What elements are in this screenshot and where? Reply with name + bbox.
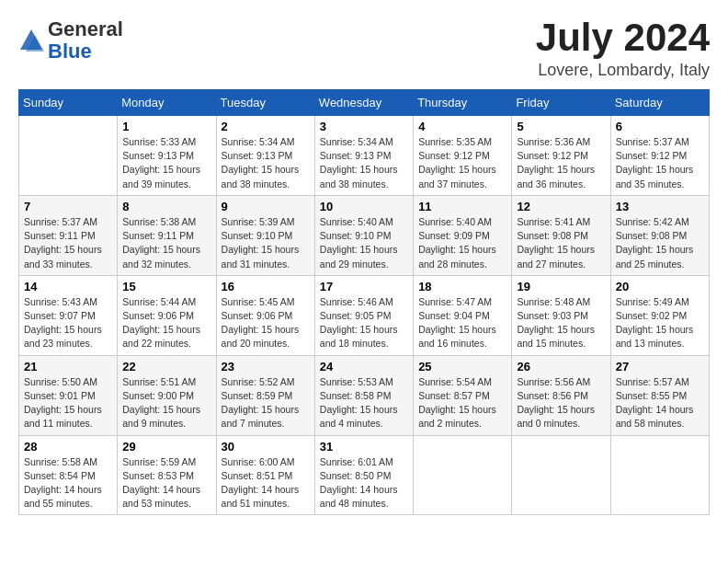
- weekday-header: Thursday: [414, 90, 512, 116]
- weekday-header: Sunday: [19, 90, 118, 116]
- calendar-cell: 3Sunrise: 5:34 AMSunset: 9:13 PMDaylight…: [314, 116, 413, 196]
- day-detail: Sunrise: 5:38 AMSunset: 9:11 PMDaylight:…: [122, 215, 210, 271]
- calendar-cell: 25Sunrise: 5:54 AMSunset: 8:57 PMDayligh…: [414, 355, 512, 435]
- calendar-cell: 10Sunrise: 5:40 AMSunset: 9:10 PMDayligh…: [314, 195, 413, 275]
- calendar-cell: 21Sunrise: 5:50 AMSunset: 9:01 PMDayligh…: [19, 355, 118, 435]
- day-detail: Sunrise: 5:34 AMSunset: 9:13 PMDaylight:…: [320, 135, 408, 191]
- calendar-cell: 27Sunrise: 5:57 AMSunset: 8:55 PMDayligh…: [610, 355, 709, 435]
- day-number: 15: [122, 280, 210, 293]
- calendar-cell: [512, 435, 610, 515]
- calendar-cell: 28Sunrise: 5:58 AMSunset: 8:54 PMDayligh…: [19, 435, 118, 515]
- day-detail: Sunrise: 5:33 AMSunset: 9:13 PMDaylight:…: [122, 135, 210, 191]
- day-number: 24: [320, 360, 408, 373]
- calendar-cell: 5Sunrise: 5:36 AMSunset: 9:12 PMDaylight…: [512, 116, 610, 196]
- day-number: 4: [418, 120, 506, 133]
- day-detail: Sunrise: 5:48 AMSunset: 9:03 PMDaylight:…: [517, 295, 605, 351]
- day-number: 31: [320, 440, 408, 454]
- day-detail: Sunrise: 5:34 AMSunset: 9:13 PMDaylight:…: [222, 135, 310, 191]
- calendar-week-row: 7Sunrise: 5:37 AMSunset: 9:11 PMDaylight…: [19, 195, 710, 275]
- calendar-cell: 26Sunrise: 5:56 AMSunset: 8:56 PMDayligh…: [512, 355, 610, 435]
- day-detail: Sunrise: 5:53 AMSunset: 8:58 PMDaylight:…: [320, 375, 408, 431]
- day-number: 25: [418, 360, 506, 373]
- day-detail: Sunrise: 5:47 AMSunset: 9:04 PMDaylight:…: [418, 295, 506, 351]
- day-number: 12: [517, 200, 605, 213]
- calendar-week-row: 28Sunrise: 5:58 AMSunset: 8:54 PMDayligh…: [19, 435, 710, 515]
- day-detail: Sunrise: 5:37 AMSunset: 9:11 PMDaylight:…: [24, 215, 112, 271]
- calendar-cell: 8Sunrise: 5:38 AMSunset: 9:11 PMDaylight…: [118, 195, 216, 275]
- logo-icon: [18, 28, 44, 53]
- logo-text: General Blue: [48, 18, 123, 63]
- day-detail: Sunrise: 5:57 AMSunset: 8:55 PMDaylight:…: [616, 375, 704, 431]
- day-number: 11: [418, 200, 506, 213]
- calendar-cell: 31Sunrise: 6:01 AMSunset: 8:50 PMDayligh…: [314, 435, 413, 515]
- day-number: 14: [24, 280, 112, 293]
- calendar-cell: 29Sunrise: 5:59 AMSunset: 8:53 PMDayligh…: [118, 435, 216, 515]
- day-number: 1: [122, 120, 210, 133]
- calendar-cell: 30Sunrise: 6:00 AMSunset: 8:51 PMDayligh…: [216, 435, 314, 515]
- day-detail: Sunrise: 5:36 AMSunset: 9:12 PMDaylight:…: [517, 135, 605, 191]
- calendar-cell: [610, 435, 709, 515]
- calendar-cell: 17Sunrise: 5:46 AMSunset: 9:05 PMDayligh…: [314, 275, 413, 355]
- day-number: 18: [418, 280, 506, 293]
- calendar-cell: 6Sunrise: 5:37 AMSunset: 9:12 PMDaylight…: [610, 116, 709, 196]
- calendar-week-row: 14Sunrise: 5:43 AMSunset: 9:07 PMDayligh…: [19, 275, 710, 355]
- day-detail: Sunrise: 5:45 AMSunset: 9:06 PMDaylight:…: [222, 295, 310, 351]
- day-detail: Sunrise: 5:41 AMSunset: 9:08 PMDaylight:…: [517, 215, 605, 271]
- calendar-cell: 19Sunrise: 5:48 AMSunset: 9:03 PMDayligh…: [512, 275, 610, 355]
- day-detail: Sunrise: 5:54 AMSunset: 8:57 PMDaylight:…: [418, 375, 506, 431]
- day-detail: Sunrise: 5:52 AMSunset: 8:59 PMDaylight:…: [222, 375, 310, 431]
- calendar-cell: 23Sunrise: 5:52 AMSunset: 8:59 PMDayligh…: [216, 355, 314, 435]
- calendar-cell: 4Sunrise: 5:35 AMSunset: 9:12 PMDaylight…: [414, 116, 512, 196]
- calendar-week-row: 21Sunrise: 5:50 AMSunset: 9:01 PMDayligh…: [19, 355, 710, 435]
- weekday-header: Saturday: [610, 90, 709, 116]
- day-number: 7: [24, 200, 112, 213]
- calendar-cell: 1Sunrise: 5:33 AMSunset: 9:13 PMDaylight…: [118, 116, 216, 196]
- weekday-header: Friday: [512, 90, 610, 116]
- calendar-cell: 12Sunrise: 5:41 AMSunset: 9:08 PMDayligh…: [512, 195, 610, 275]
- calendar-cell: 11Sunrise: 5:40 AMSunset: 9:09 PMDayligh…: [414, 195, 512, 275]
- calendar-cell: 2Sunrise: 5:34 AMSunset: 9:13 PMDaylight…: [216, 116, 314, 196]
- day-number: 13: [616, 200, 704, 213]
- calendar-table: SundayMondayTuesdayWednesdayThursdayFrid…: [18, 89, 710, 515]
- day-number: 3: [320, 120, 408, 133]
- day-number: 17: [320, 280, 408, 293]
- day-number: 29: [122, 440, 210, 454]
- weekday-header: Tuesday: [216, 90, 314, 116]
- day-detail: Sunrise: 6:00 AMSunset: 8:51 PMDaylight:…: [222, 455, 310, 511]
- calendar-cell: [414, 435, 512, 515]
- day-number: 8: [122, 200, 210, 213]
- day-number: 2: [222, 120, 310, 133]
- day-number: 23: [222, 360, 310, 373]
- location: Lovere, Lombardy, Italy: [536, 61, 710, 80]
- day-number: 10: [320, 200, 408, 213]
- day-detail: Sunrise: 5:56 AMSunset: 8:56 PMDaylight:…: [517, 375, 605, 431]
- day-detail: Sunrise: 5:39 AMSunset: 9:10 PMDaylight:…: [222, 215, 310, 271]
- day-detail: Sunrise: 5:40 AMSunset: 9:09 PMDaylight:…: [418, 215, 506, 271]
- day-detail: Sunrise: 5:59 AMSunset: 8:53 PMDaylight:…: [122, 455, 210, 511]
- day-number: 9: [222, 200, 310, 213]
- day-number: 26: [517, 360, 605, 373]
- title-block: July 2024 Lovere, Lombardy, Italy: [536, 18, 710, 80]
- calendar-cell: 15Sunrise: 5:44 AMSunset: 9:06 PMDayligh…: [118, 275, 216, 355]
- calendar-cell: 16Sunrise: 5:45 AMSunset: 9:06 PMDayligh…: [216, 275, 314, 355]
- logo: General Blue: [18, 18, 123, 63]
- calendar-cell: 24Sunrise: 5:53 AMSunset: 8:58 PMDayligh…: [314, 355, 413, 435]
- day-detail: Sunrise: 5:44 AMSunset: 9:06 PMDaylight:…: [122, 295, 210, 351]
- day-detail: Sunrise: 5:40 AMSunset: 9:10 PMDaylight:…: [320, 215, 408, 271]
- day-detail: Sunrise: 5:37 AMSunset: 9:12 PMDaylight:…: [616, 135, 704, 191]
- day-number: 21: [24, 360, 112, 373]
- calendar-cell: 14Sunrise: 5:43 AMSunset: 9:07 PMDayligh…: [19, 275, 118, 355]
- calendar-cell: 18Sunrise: 5:47 AMSunset: 9:04 PMDayligh…: [414, 275, 512, 355]
- day-detail: Sunrise: 5:49 AMSunset: 9:02 PMDaylight:…: [616, 295, 704, 351]
- calendar-header-row: SundayMondayTuesdayWednesdayThursdayFrid…: [19, 90, 710, 116]
- day-number: 20: [616, 280, 704, 293]
- day-number: 28: [24, 440, 112, 454]
- day-number: 27: [616, 360, 704, 373]
- day-number: 19: [517, 280, 605, 293]
- calendar-cell: 13Sunrise: 5:42 AMSunset: 9:08 PMDayligh…: [610, 195, 709, 275]
- weekday-header: Monday: [118, 90, 216, 116]
- calendar-week-row: 1Sunrise: 5:33 AMSunset: 9:13 PMDaylight…: [19, 116, 710, 196]
- weekday-header: Wednesday: [314, 90, 413, 116]
- page-header: General Blue July 2024 Lovere, Lombardy,…: [18, 18, 710, 80]
- day-number: 6: [616, 120, 704, 133]
